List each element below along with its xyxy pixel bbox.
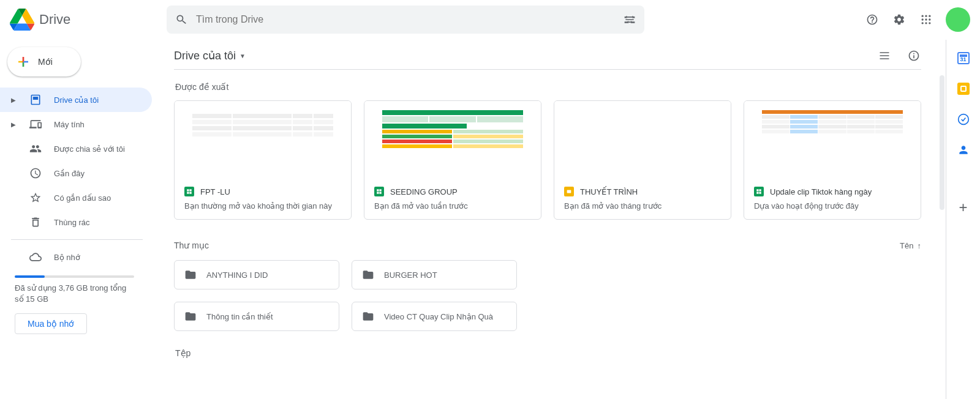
folder-name: BURGER HOT [384,270,437,280]
file-thumbnail [364,101,541,179]
avatar[interactable] [946,7,970,32]
info-icon[interactable] [907,48,921,63]
sheet-icon [184,187,194,196]
help-icon[interactable] [865,12,880,27]
file-thumbnail [554,101,731,179]
settings-icon[interactable] [892,12,907,27]
main-content: Drive của tôi ▼ Được đề xuất FPT -LU Bạn… [152,40,946,399]
nav-label: Gần đây [54,169,85,178]
contacts-app-icon[interactable] [957,144,970,156]
svg-point-6 [922,22,924,24]
search-icon [175,13,187,26]
file-name: THUYẾT TRÌNH [580,187,638,196]
drive-logo-icon [10,7,34,32]
svg-point-0 [922,15,924,17]
apps-icon[interactable] [919,12,933,27]
add-app-icon[interactable]: + [959,199,967,216]
svg-point-4 [925,18,927,20]
list-view-icon[interactable] [877,48,892,63]
file-name: Updale clip Tiktok hàng ngày [770,187,872,196]
file-name: SEEDING GROUP [390,187,458,196]
chevron-right-icon: ▶ [11,121,17,128]
file-subtitle: Dựa vào hoạt động trước đây [754,201,911,211]
folder-item[interactable]: Video CT Quay Clip Nhận Quà [352,302,517,331]
folder-name: Thông tin cần thiết [206,312,273,321]
search-input[interactable] [196,14,615,25]
suggested-card[interactable]: SEEDING GROUP Bạn đã mở vào tuần trước [364,100,541,220]
chevron-right-icon: ▶ [11,97,17,103]
nav-storage[interactable]: Bộ nhớ [0,245,152,269]
side-panel: 31 + [946,40,980,399]
plus-icon [16,54,31,69]
svg-point-5 [929,18,930,20]
cloud-icon [29,251,42,263]
keep-app-icon[interactable] [957,83,970,95]
nav-my-drive[interactable]: ▶ Drive của tôi [0,88,152,112]
scrollbar[interactable] [940,75,944,210]
file-thumbnail [175,101,351,179]
app-header: Drive [0,0,980,39]
new-button[interactable]: Mới [7,47,81,76]
storage-bar [15,275,134,278]
logo-area[interactable]: Drive [10,7,162,32]
sidebar: Mới ▶ Drive của tôi ▶ Máy tính Được chia… [0,40,152,399]
nav-computers[interactable]: ▶ Máy tính [0,112,152,136]
folder-item[interactable]: Thông tin cần thiết [174,302,339,331]
nav-shared[interactable]: Được chia sẻ với tôi [0,136,152,161]
suggested-card[interactable]: THUYẾT TRÌNH Bạn đã mở vào tháng trước [554,100,731,220]
folder-item[interactable]: BURGER HOT [352,260,517,289]
my-drive-icon [29,94,42,106]
nav-label: Được chia sẻ với tôi [54,144,125,154]
folder-name: ANYTHING I DID [206,270,268,280]
nav-recent[interactable]: Gần đây [0,161,152,185]
nav-label: Drive của tôi [54,95,99,105]
svg-point-7 [925,22,927,24]
trash-icon [29,216,42,228]
nav: ▶ Drive của tôi ▶ Máy tính Được chia sẻ … [0,88,152,334]
sort-button[interactable]: Tên ↑ [900,241,921,250]
slides-icon [564,187,574,196]
tasks-app-icon[interactable] [957,113,970,125]
page-title-dropdown[interactable]: Drive của tôi ▼ [174,49,246,62]
product-name: Drive [39,12,70,28]
file-name: FPT -LU [200,187,230,196]
folder-name: Video CT Quay Clip Nhận Quà [384,312,493,321]
suggested-card[interactable]: Updale clip Tiktok hàng ngày Dựa vào hoạ… [744,100,921,220]
svg-point-2 [929,15,930,17]
file-subtitle: Bạn đã mở vào tháng trước [564,201,721,211]
page-title: Drive của tôi [174,49,236,62]
shared-folder-icon [362,310,374,323]
recent-icon [29,167,42,179]
shared-icon [29,143,42,155]
suggested-card[interactable]: FPT -LU Bạn thường mở vào khoảng thời gi… [174,100,352,220]
folder-item[interactable]: ANYTHING I DID [174,260,339,289]
nav-trash[interactable]: Thùng rác [0,210,152,234]
chevron-down-icon: ▼ [239,53,246,59]
file-subtitle: Bạn đã mở vào tuần trước [374,201,531,211]
arrow-up-icon: ↑ [918,241,922,250]
nav-label: Bộ nhớ [54,253,80,262]
header-actions [865,7,970,32]
svg-point-8 [929,22,930,24]
sheet-icon [374,187,384,196]
file-subtitle: Bạn thường mở vào khoảng thời gian này [184,201,341,211]
files-label: Tệp [175,348,921,358]
folder-icon [184,269,197,281]
nav-label: Máy tính [54,120,85,129]
sheet-icon [754,187,764,196]
svg-rect-9 [567,190,571,193]
sort-label: Tên [900,241,913,250]
suggested-label: Được đề xuất [175,82,921,92]
search-options-icon[interactable] [624,13,636,26]
nav-starred[interactable]: Có gắn dấu sao [0,185,152,210]
file-thumbnail [744,101,921,179]
folders-label: Thư mục [174,241,209,250]
search-bar[interactable] [167,6,644,34]
new-button-label: Mới [38,57,53,67]
nav-label: Có gắn dấu sao [54,193,111,203]
calendar-app-icon[interactable]: 31 [957,52,970,64]
shared-folder-icon [362,269,374,281]
buy-storage-button[interactable]: Mua bộ nhớ [15,313,87,334]
svg-point-3 [922,18,924,20]
svg-point-1 [925,15,927,17]
